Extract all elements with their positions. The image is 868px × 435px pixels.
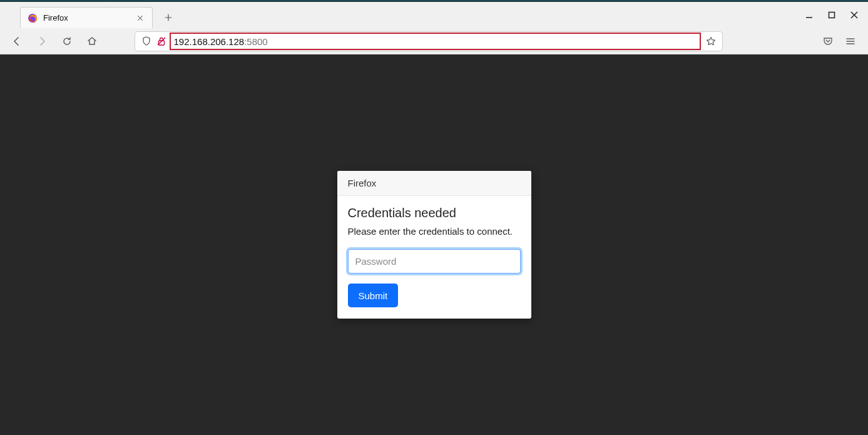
bookmark-star-icon[interactable] bbox=[706, 36, 716, 46]
url-bar[interactable]: 192.168.206.128:5800 bbox=[135, 31, 723, 51]
url-port: :5800 bbox=[244, 36, 268, 47]
window-minimize-button[interactable] bbox=[798, 6, 820, 24]
browser-tab[interactable]: Firefox bbox=[20, 7, 153, 28]
shield-icon[interactable] bbox=[141, 36, 151, 46]
page-content: Firefox Credentials needed Please enter … bbox=[0, 54, 868, 435]
credentials-modal: Firefox Credentials needed Please enter … bbox=[337, 171, 531, 319]
modal-message: Please enter the credentials to connect. bbox=[348, 226, 521, 237]
home-button[interactable] bbox=[83, 32, 101, 51]
modal-title: Credentials needed bbox=[348, 206, 521, 220]
url-text[interactable]: 192.168.206.128:5800 bbox=[170, 33, 701, 50]
url-host: 192.168.206.128 bbox=[174, 36, 245, 47]
password-input[interactable] bbox=[348, 249, 521, 274]
tab-title: Firefox bbox=[43, 13, 130, 23]
reload-button[interactable] bbox=[58, 32, 76, 51]
close-tab-icon[interactable] bbox=[135, 13, 145, 23]
new-tab-button[interactable] bbox=[159, 8, 178, 27]
submit-button[interactable]: Submit bbox=[348, 284, 399, 307]
save-to-pocket-button[interactable] bbox=[818, 32, 838, 51]
insecure-lock-icon[interactable] bbox=[156, 36, 166, 46]
svg-rect-1 bbox=[829, 13, 835, 18]
tab-bar: Firefox bbox=[0, 2, 868, 28]
app-menu-button[interactable] bbox=[840, 32, 860, 51]
modal-header: Firefox bbox=[337, 171, 531, 196]
forward-button[interactable] bbox=[33, 32, 51, 51]
window-maximize-button[interactable] bbox=[820, 6, 843, 24]
window-close-button[interactable] bbox=[843, 6, 865, 24]
back-button[interactable] bbox=[8, 32, 26, 51]
window-controls bbox=[798, 2, 865, 28]
toolbar: 192.168.206.128:5800 bbox=[0, 28, 868, 54]
firefox-icon bbox=[28, 13, 38, 23]
